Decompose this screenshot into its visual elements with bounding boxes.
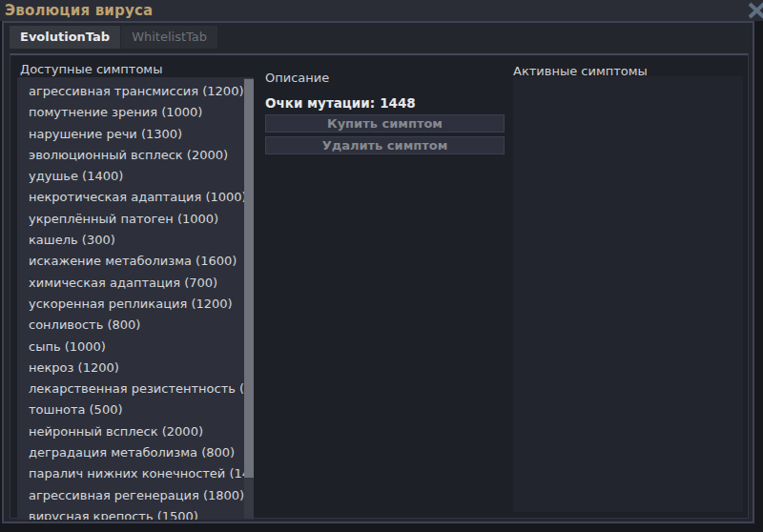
title-bar: Эволюция вируса [0,0,763,21]
symptom-list-item[interactable]: некроз (1200) [17,358,254,379]
symptom-list-item[interactable]: тошнота (500) [17,399,254,420]
symptom-list-item[interactable]: нарушение речи (1300) [17,124,254,145]
symptom-list-item[interactable]: помутнение зрения (1000) [17,102,254,123]
symptom-list-item[interactable]: сонливость (800) [17,315,254,336]
symptom-list-item[interactable]: агрессивная регенерация (1800) [17,485,254,506]
buy-symptom-button[interactable]: Купить симптом [265,114,505,133]
virus-evolution-window: Эволюция вируса EvolutionTab WhitelistTa… [0,0,763,532]
available-symptoms-header: Доступные симптомы [20,62,162,76]
mutation-points-label: Очки мутации: [265,95,375,111]
tab-evolution[interactable]: EvolutionTab [10,26,120,49]
tab-strip: EvolutionTab WhitelistTab [10,26,218,49]
symptom-list-item[interactable]: укреплённый патоген (1000) [17,209,254,230]
symptom-list-item[interactable]: деградация метаболизма (800) [17,442,254,463]
symptom-list-item[interactable]: нейронный всплеск (2000) [17,421,254,442]
remove-symptom-button[interactable]: Удалить симптом [265,136,505,154]
scrollbar-thumb[interactable] [244,79,254,478]
mutation-points-value: 1448 [380,95,416,111]
available-symptoms-list[interactable]: агрессивная трансмиссия (1200) помутнени… [17,77,254,520]
window-title: Эволюция вируса [5,2,153,19]
symptom-list-item[interactable]: искажение метаболизма (1600) [17,251,254,272]
available-list-scrollbar[interactable] [244,78,254,519]
description-header: Описание [265,71,329,85]
symptom-list-item[interactable]: вирусная крепость (1500) [17,506,254,520]
symptom-list-item[interactable]: химическая адаптация (700) [17,273,254,294]
symptom-list-item[interactable]: сыпь (1000) [17,337,254,358]
tab-whitelist[interactable]: WhitelistTab [121,26,217,49]
symptom-list-item[interactable]: агрессивная трансмиссия (1200) [17,81,254,102]
active-symptoms-list[interactable] [513,76,743,512]
evolution-tab-panel: Доступные симптомы агрессивная трансмисс… [10,53,749,519]
window-body: EvolutionTab WhitelistTab Доступные симп… [2,21,754,523]
symptom-list-item[interactable]: эволюционный всплеск (2000) [17,145,254,166]
symptom-list-item[interactable]: удушье (1400) [17,166,254,187]
symptom-list-item[interactable]: кашель (300) [17,230,254,251]
close-icon [746,1,763,20]
mutation-points: Очки мутации:1448 [265,95,416,111]
symptom-list-item[interactable]: некротическая адаптация (1000) [17,187,254,208]
symptom-list-item[interactable]: паралич нижних конечностей (1400) [17,463,254,484]
close-button[interactable] [746,1,763,20]
symptom-list-item[interactable]: лекарственная резистентность (1400) [17,379,254,399]
symptom-list-item[interactable]: ускоренная репликация (1200) [17,294,254,315]
